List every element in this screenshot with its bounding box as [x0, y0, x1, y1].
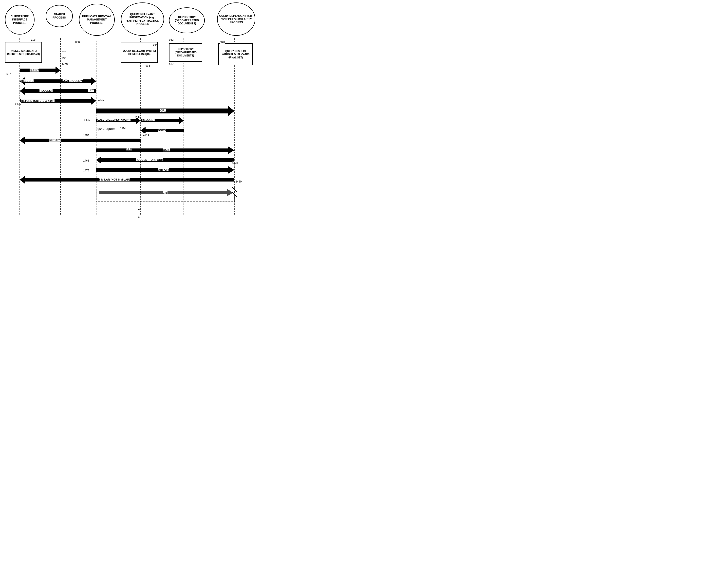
- label-932: 932: [169, 38, 174, 41]
- ellipse-query-dependent: QUERY DEPENDENT (e.g., "SNIPPET") SIMILA…: [217, 2, 255, 36]
- svg-marker-21: [96, 156, 234, 164]
- ellipse-repository: REPOSITORY (DECOMPRESSED DOCUMENTS): [169, 7, 205, 33]
- label-1410: 1410: [5, 73, 11, 76]
- label-1430: 1430: [98, 98, 104, 101]
- label-call-text: CALL: [163, 149, 170, 152]
- label-query-text: QUERY: [30, 69, 39, 72]
- label-return-text: RETURN: [49, 139, 61, 141]
- label-crj-text: CRj: [163, 191, 167, 194]
- label-return-cr1-text: RETURN {CR1 . . . CRlast}: [21, 99, 54, 102]
- label-1465: 1465: [83, 159, 89, 162]
- label-results-text: RESULTS: [21, 79, 33, 82]
- svg-line-26: [232, 187, 237, 192]
- box-ranked-results: RANKED (CANDIDATE) RESULTS SET (CR1-CRla…: [5, 42, 42, 63]
- ellipse-duplicate: DUPLICATE REMOVAL MANAGEMENT PROCESS: [79, 4, 115, 36]
- label-1450: 1450: [120, 127, 126, 130]
- label-1435: 1435: [84, 118, 90, 121]
- label-similar-text: SIMILAR (NOT SIMILAR): [99, 178, 130, 181]
- svg-marker-13: [20, 87, 96, 95]
- label-request-qri-text: REQUEST {QRi, QRj}: [136, 158, 163, 161]
- label-1440: 1440: [134, 115, 140, 118]
- diagram-container: CLIENT USER INTERFACE PROCESS SEARCH PRO…: [0, 0, 296, 237]
- label-1480: 1480: [236, 180, 241, 183]
- label-936: 936: [146, 64, 150, 67]
- label-docs-text: DOCS: [158, 129, 166, 132]
- label-request-text: REQUEST: [40, 89, 53, 92]
- label-1420: 1420: [88, 89, 94, 92]
- label-1425: 1425: [15, 102, 21, 105]
- label-716: 716': [31, 38, 36, 41]
- ellipse-search: SEARCH PROCESS: [46, 5, 73, 27]
- svg-rect-24: [96, 187, 234, 202]
- label-1475: 1475: [83, 169, 89, 172]
- label-1455: 1455: [83, 134, 89, 137]
- label-request2-text: REQUEST: [142, 118, 155, 121]
- label-call-query-text: CALL{QUERY}: [64, 79, 83, 82]
- label-cr1-text: CR1: [160, 109, 166, 112]
- label-930: 930: [62, 57, 66, 60]
- label-814: 814': [169, 63, 174, 66]
- svg-marker-10: [20, 67, 60, 74]
- label-940: 940: [220, 41, 225, 44]
- label-qri-qrj-text: QRi, QRj: [158, 168, 169, 171]
- label-1470: 1470: [232, 162, 238, 164]
- dots1: •: [138, 207, 140, 212]
- box-repository: REPOSITORY (DECOMPRESSED DOCUMENTS): [169, 43, 202, 62]
- label-830: 830': [75, 41, 80, 44]
- label-qr1-text: QR1 . . . QRlast: [98, 128, 115, 130]
- box-query-results-final: QUERY RESULTS WITHOUT DUPLICATES (FINAL …: [218, 43, 253, 65]
- label-1405: 1405: [62, 63, 68, 66]
- label-934: 934: [153, 43, 157, 46]
- label-910: 910: [62, 49, 66, 52]
- label-1460: 1460: [126, 148, 132, 151]
- ellipse-client-ui: CLIENT USER INTERFACE PROCESS: [5, 5, 34, 34]
- box-query-relevant-parts: QUERY RELEVANT PART(S) OF RESULTS (QRi): [121, 42, 158, 63]
- label-call-cr1-text: CALL {CR1...CRlast,QUERY}: [98, 118, 131, 121]
- label-1445: 1445: [143, 133, 149, 136]
- ellipse-query-relevant: QUERY RELEVANT INFORMATION (e.g., "SNIPP…: [121, 2, 164, 36]
- dots2: •: [138, 215, 140, 220]
- svg-marker-19: [20, 137, 140, 144]
- svg-line-27: [232, 192, 237, 197]
